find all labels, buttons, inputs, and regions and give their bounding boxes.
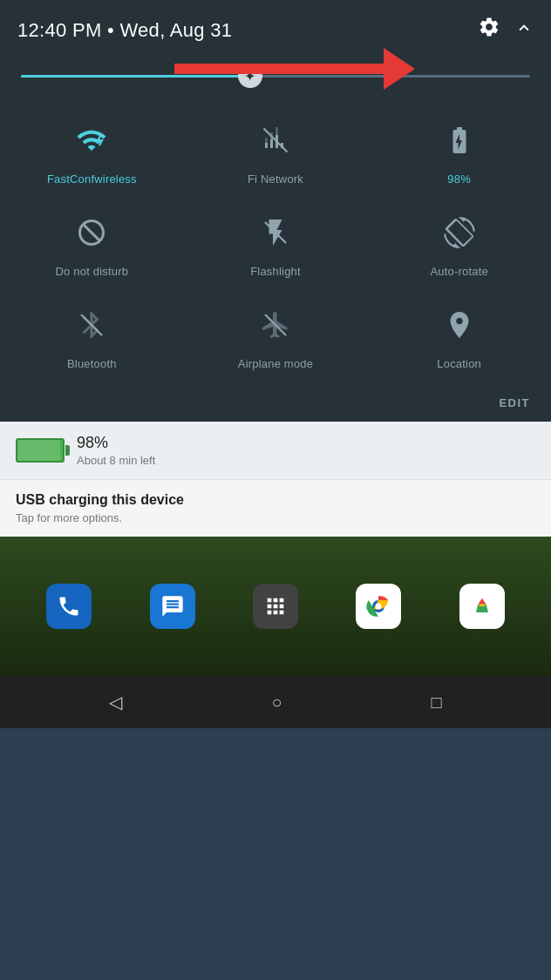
location-icon [444,309,475,348]
tile-airplane[interactable]: Airplane mode [184,294,368,386]
tile-location[interactable]: Location [367,294,551,386]
back-button[interactable]: ◁ [109,692,122,713]
tile-autorotate-label: Auto-rotate [430,265,488,278]
battery-graphic [16,438,65,463]
chevron-up-icon[interactable] [514,18,534,43]
settings-icon[interactable] [478,16,500,44]
separator: • [107,19,119,41]
tile-location-label: Location [437,357,481,370]
header-actions [478,16,534,44]
battery-charging-icon [444,125,475,164]
usb-title: USB charging this device [16,492,535,508]
tile-cell-label: Fi Network [248,172,303,186]
app-messages[interactable] [150,584,195,629]
bluetooth-icon [76,309,107,348]
dnd-icon [76,217,107,256]
wifi-icon [76,125,107,164]
tile-flashlight[interactable]: Flashlight [184,201,368,294]
date-display: Wed, Aug 31 [119,19,232,41]
time-display: 12:40 PM [17,19,102,41]
tile-cell[interactable]: Fi Network [184,109,368,201]
battery-percent: 98% [77,434,155,452]
svg-rect-8 [479,605,485,606]
app-launcher[interactable] [253,584,298,629]
tile-bluetooth-label: Bluetooth [67,357,117,370]
app-chrome[interactable] [356,584,401,629]
flashlight-icon [260,217,291,256]
autorotate-icon [444,217,475,256]
battery-notification[interactable]: 98% About 8 min left [0,422,551,479]
airplane-icon [260,309,291,348]
tile-airplane-label: Airplane mode [238,357,313,370]
edit-row: EDIT [0,393,551,422]
tile-battery[interactable]: 98% [367,109,551,201]
tile-flashlight-label: Flashlight [250,265,301,278]
usb-subtitle: Tap for more options. [16,511,535,524]
home-button[interactable]: ○ [271,693,282,713]
app-phone[interactable] [46,584,92,629]
battery-info: 98% About 8 min left [77,434,155,467]
battery-fill-graphic [17,440,60,461]
tile-autorotate[interactable]: Auto-rotate [367,201,551,294]
signal-icon [260,125,291,164]
tile-wifi[interactable]: FastConfwireless [0,109,184,201]
tile-dnd[interactable]: Do not disturb [0,201,184,294]
svg-point-6 [376,604,382,610]
app-files[interactable] [459,584,505,629]
bottom-navigation: ◁ ○ □ [0,676,551,728]
tile-dnd-label: Do not disturb [55,265,128,278]
time-date-display: 12:40 PM • Wed, Aug 31 [17,19,232,42]
homescreen [0,537,551,676]
usb-notification[interactable]: USB charging this device Tap for more op… [0,479,551,537]
annotation-arrow [174,48,415,90]
tile-bluetooth[interactable]: Bluetooth [0,294,184,386]
recents-button[interactable]: □ [431,693,441,713]
battery-detail: About 8 min left [77,454,155,467]
tile-wifi-label: FastConfwireless [47,172,137,186]
tile-battery-label: 98% [447,172,471,186]
edit-button[interactable]: EDIT [499,396,530,409]
quick-tiles-grid: FastConfwireless Fi Network [0,102,551,393]
